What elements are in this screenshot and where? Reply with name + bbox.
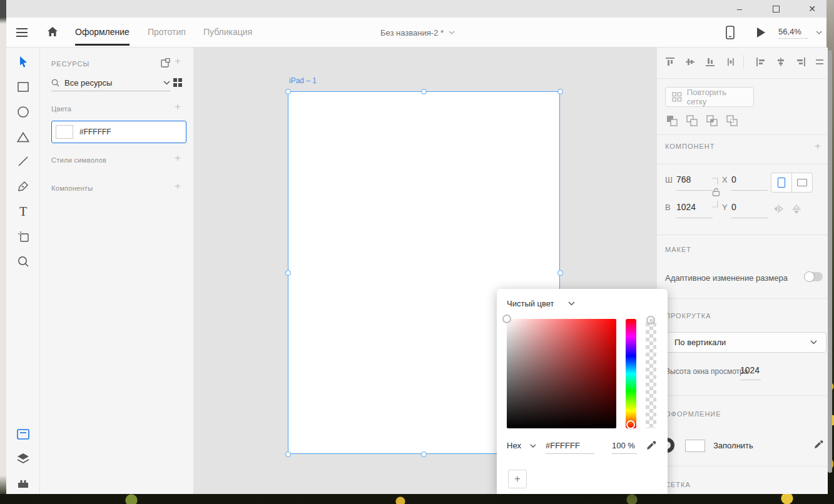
color-mode-value: Чистый цвет [507, 299, 554, 308]
distribute-vertical-icon [814, 56, 825, 68]
assets-filter-dropdown[interactable]: Все ресурсы [51, 75, 170, 91]
chevron-down-icon [816, 31, 822, 34]
zoom-tool-button[interactable] [16, 254, 31, 269]
add-color-button[interactable]: + [175, 101, 181, 112]
add-asset-button[interactable]: + [175, 56, 181, 66]
home-button[interactable] [46, 26, 59, 38]
align-bottom-icon [704, 56, 716, 68]
portrait-orientation-button[interactable] [771, 173, 792, 192]
align-left-button[interactable] [753, 54, 768, 69]
x-field-value[interactable]: 0 [731, 174, 736, 184]
divider [740, 380, 761, 380]
layers-panel-button[interactable] [16, 451, 31, 466]
line-tool-button[interactable] [16, 154, 31, 169]
divider [657, 234, 828, 235]
flip-horizontal-button[interactable] [773, 204, 784, 214]
maximize-icon [773, 6, 780, 13]
device-preview-button[interactable] [726, 26, 735, 39]
viewport-height-label: Высота окна просмотра [665, 367, 748, 376]
boolean-subtract-button[interactable] [685, 114, 699, 128]
resize-handle-e[interactable] [557, 270, 563, 276]
fill-color-swatch[interactable] [685, 440, 705, 452]
save-color-button[interactable]: + [508, 470, 527, 488]
align-center-horizontal-button[interactable] [773, 54, 788, 69]
y-field-value[interactable]: 0 [731, 202, 736, 212]
zoom-level-dropdown[interactable]: 56,4% [778, 18, 822, 48]
desktop: – ✕ Оформление Прототип Публикация Без н… [0, 0, 834, 504]
hamburger-menu-button[interactable] [16, 28, 28, 37]
color-format-dropdown[interactable]: Hex [507, 441, 546, 450]
lock-aspect-button[interactable] [712, 188, 720, 196]
picker-eyedropper-button[interactable] [646, 440, 657, 451]
opacity-input[interactable]: 100 % [612, 441, 637, 454]
alpha-selector[interactable] [646, 316, 655, 325]
plugins-panel-button[interactable] [16, 476, 31, 491]
mobile-device-icon [726, 26, 735, 39]
saturation-selector[interactable] [502, 315, 511, 323]
hex-value-input[interactable]: #FFFFFF [546, 441, 594, 454]
resize-handle-ne[interactable] [557, 89, 563, 94]
resize-handle-nw[interactable] [285, 89, 291, 94]
artboard-tool-button[interactable] [16, 229, 31, 244]
resize-handle-sw[interactable] [285, 451, 291, 457]
fill-eyedropper-button[interactable] [813, 439, 824, 450]
color-asset-item[interactable]: #FFFFFF [51, 121, 186, 143]
repeat-grid-label: Повторить сетку [687, 88, 747, 106]
assets-panel-button[interactable] [16, 426, 31, 441]
add-component-state-button[interactable]: + [815, 140, 821, 153]
viewport-height-value[interactable]: 1024 [740, 365, 760, 375]
boolean-add-button[interactable] [665, 114, 679, 128]
width-field-value[interactable]: 768 [676, 174, 691, 184]
alpha-slider[interactable] [646, 319, 656, 428]
minimize-button[interactable]: – [730, 2, 749, 16]
select-tool-button[interactable] [16, 54, 31, 69]
maximize-button[interactable] [766, 2, 785, 16]
align-top-button[interactable] [663, 54, 678, 69]
boolean-intersect-button[interactable] [705, 114, 719, 128]
polygon-tool-button[interactable] [16, 129, 31, 144]
close-icon: ✕ [808, 4, 816, 14]
align-bottom-button[interactable] [703, 54, 718, 69]
play-button[interactable] [757, 28, 765, 38]
ellipse-tool-button[interactable] [16, 104, 31, 119]
pen-tool-button[interactable] [16, 179, 31, 194]
grid-view-button[interactable] [173, 78, 182, 87]
divider [731, 218, 768, 218]
document-title-dropdown[interactable]: Без названия-2 * [380, 18, 455, 48]
close-button[interactable]: ✕ [803, 2, 821, 16]
desktop-wallpaper-edge [0, 0, 6, 494]
align-right-button[interactable] [793, 54, 808, 69]
inspector-scrollbar[interactable] [828, 50, 832, 473]
saturation-brightness-field[interactable] [507, 319, 616, 428]
distribute-horizontal-button[interactable] [723, 54, 738, 69]
tab-share[interactable]: Публикация [203, 18, 252, 48]
hue-selector[interactable] [626, 420, 635, 429]
scroll-direction-select[interactable]: По вертикали [665, 332, 826, 353]
add-component-button[interactable]: + [175, 181, 181, 191]
repeat-grid-button[interactable]: Повторить сетку [665, 87, 754, 107]
align-middle-vertical-button[interactable] [683, 54, 698, 69]
home-icon [46, 26, 59, 38]
scroll-direction-value: По вертикали [674, 338, 810, 347]
distribute-vertical-button[interactable] [812, 54, 827, 69]
color-mode-dropdown[interactable]: Чистый цвет [507, 299, 575, 308]
artboard-icon [18, 231, 29, 243]
responsive-resize-toggle[interactable] [805, 272, 823, 281]
portrait-icon [778, 178, 785, 188]
text-tool-button[interactable]: T [16, 204, 31, 219]
landscape-orientation-button[interactable] [792, 173, 812, 192]
tab-prototype[interactable]: Прототип [148, 18, 186, 48]
rectangle-tool-button[interactable] [16, 79, 31, 94]
artboard-title[interactable]: iPad – 1 [289, 76, 317, 85]
resize-handle-w[interactable] [285, 270, 291, 276]
hue-slider[interactable] [626, 319, 636, 428]
add-symbol-style-button[interactable]: + [175, 153, 181, 163]
align-top-icon [664, 56, 676, 68]
boolean-exclude-button[interactable] [725, 114, 739, 128]
height-field-value[interactable]: 1024 [676, 202, 696, 212]
tab-design[interactable]: Оформление [75, 18, 130, 48]
resize-handle-s[interactable] [421, 451, 427, 457]
resize-handle-n[interactable] [421, 89, 427, 94]
flip-vertical-button[interactable] [791, 204, 801, 215]
library-switch-button[interactable] [161, 58, 170, 68]
